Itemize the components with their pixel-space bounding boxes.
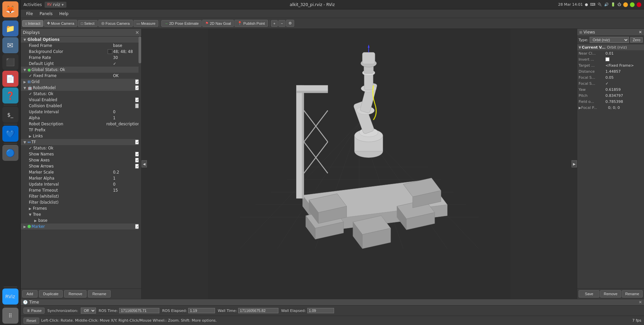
toolbar-camera-settings[interactable]: ⚙ <box>286 20 294 27</box>
views-type-select[interactable]: Orbit (rviz) <box>590 37 629 43</box>
displays-scrollbar-thumb[interactable] <box>139 37 141 63</box>
global-options-arrow[interactable]: ▼ <box>23 38 28 42</box>
toolbar-minus[interactable]: − <box>278 20 285 27</box>
add-button[interactable]: Add <box>22 290 38 298</box>
toolbar-2d-nav[interactable]: ⚑ 2D Nav Goal <box>202 20 234 27</box>
target-value[interactable]: <Fixed Frame> <box>605 63 643 68</box>
robot-description-value[interactable]: robot_description <box>106 122 140 126</box>
views-remove-btn[interactable]: Remove <box>600 290 621 298</box>
global-status-section[interactable]: ▼ ● Global Status: Ok <box>21 67 141 73</box>
toolbar-focus-camera[interactable]: ◎ Focus Camera <box>98 20 133 27</box>
frames-row[interactable]: ▶ Frames <box>21 205 141 211</box>
tree-row[interactable]: ▼ Tree <box>21 211 141 217</box>
focal-point-arrow[interactable]: ▶ <box>579 106 581 110</box>
app-indicator[interactable]: RV rviz ▾ <box>45 2 66 8</box>
maximize-btn[interactable] <box>630 2 635 7</box>
background-color-swatch[interactable] <box>108 49 112 54</box>
collapse-left-arrow[interactable]: ◀ <box>142 160 147 168</box>
toolbar-publish-point[interactable]: 📍 Publish Point <box>234 20 268 27</box>
dock-terminal[interactable]: ⬛ <box>2 54 18 70</box>
dock-terminal2[interactable]: $_ <box>2 107 18 123</box>
close-btn[interactable] <box>637 2 641 7</box>
tf-item[interactable]: ▼ ↔ TF <box>21 139 141 145</box>
activities-label[interactable]: Activities <box>23 2 42 7</box>
global-status-arrow[interactable]: ▼ <box>23 68 28 72</box>
views-rename-btn[interactable]: Rename <box>622 290 643 298</box>
toolbar-move-camera[interactable]: ✥ Move Camera <box>44 20 77 27</box>
tf-update-interval-value[interactable]: 0 <box>113 182 140 187</box>
time-close-btn[interactable]: ✕ <box>639 300 642 305</box>
duplicate-button[interactable]: Duplicate <box>39 290 63 298</box>
robotmodel-item[interactable]: ▼ 🤖 RobotModel <box>21 85 141 91</box>
dock-mail[interactable]: ✉️ <box>2 37 18 53</box>
views-close-btn[interactable]: ✕ <box>639 30 642 35</box>
sync-select[interactable]: Off <box>81 308 96 314</box>
wall-elapsed-input[interactable] <box>307 308 334 313</box>
toolbar-select[interactable]: □ Select <box>78 20 97 27</box>
marker-arrow[interactable]: ▶ <box>23 225 28 229</box>
tree-arrow[interactable]: ▼ <box>29 213 33 216</box>
background-color-value[interactable]: 48; 48; 48 <box>113 49 140 54</box>
focal-point-row[interactable]: ▶ Focal P... 0; 0; 0 <box>577 105 644 111</box>
dock-vscode[interactable]: 💙 <box>2 126 18 142</box>
tf-arrow[interactable]: ▼ <box>23 140 28 144</box>
current-view-section[interactable]: ▼ Current V... Orbit (rviz) <box>577 44 644 50</box>
update-interval-value[interactable]: 0 <box>113 110 140 114</box>
displays-close-btn[interactable]: ✕ <box>135 30 139 35</box>
menu-panels[interactable]: Panels <box>37 11 55 17</box>
toolbar-plus[interactable]: + <box>271 20 278 27</box>
yaw-value[interactable]: 0.61859 <box>605 87 643 92</box>
menu-help[interactable]: Help <box>57 11 71 17</box>
invert-checkbox[interactable] <box>605 57 609 61</box>
collapse-right-arrow[interactable]: ▶ <box>572 160 577 168</box>
distance-value[interactable]: 1.44857 <box>605 69 643 74</box>
fixed-frame-value[interactable]: base <box>113 43 140 48</box>
marker-alpha-value[interactable]: 1 <box>113 176 140 181</box>
remove-button[interactable]: Remove <box>64 290 87 298</box>
wall-time-input[interactable] <box>238 308 278 313</box>
reset-button[interactable]: Reset <box>23 318 39 324</box>
frame-timeout-value[interactable]: 15 <box>113 188 140 193</box>
near-clip-value[interactable]: 0.01 <box>605 51 643 56</box>
displays-scrollbar-track[interactable] <box>139 37 141 288</box>
field-of-view-value[interactable]: 0.785398 <box>605 100 643 104</box>
focal-point-value[interactable]: 0; 0; 0 <box>608 106 643 110</box>
marker-item[interactable]: ▶ Marker <box>21 223 141 230</box>
dock-firefox[interactable]: 🦊 <box>2 1 18 17</box>
current-view-arrow[interactable]: ▼ <box>579 46 581 49</box>
marker-scale-value[interactable]: 0.2 <box>113 170 140 175</box>
base-arrow[interactable]: ▶ <box>34 219 38 222</box>
links-row[interactable]: ▶ Links <box>21 133 141 139</box>
toolbar-interact[interactable]: ↕ Interact <box>22 20 43 27</box>
rename-button[interactable]: Rename <box>88 290 111 298</box>
default-light-value[interactable]: ✓ <box>113 61 140 66</box>
robotmodel-arrow[interactable]: ▼ <box>23 86 28 90</box>
dock-settings[interactable]: ⠿ <box>2 308 18 324</box>
global-options-section[interactable]: ▼ Global Options <box>21 37 141 43</box>
dock-rviz[interactable]: RViz <box>2 288 18 305</box>
menu-file[interactable]: File <box>23 11 36 17</box>
frames-arrow[interactable]: ▶ <box>29 207 33 210</box>
toolbar-measure[interactable]: — Measure <box>133 20 159 27</box>
dock-files[interactable]: 📁 <box>2 20 18 37</box>
pause-button[interactable]: ⏸ Pause <box>23 308 45 314</box>
toolbar-2d-pose[interactable]: → 2D Pose Estimate <box>161 20 202 27</box>
views-save-btn[interactable]: Save <box>579 290 599 298</box>
views-zero-btn[interactable]: Zero <box>630 37 643 43</box>
ros-time-input[interactable] <box>119 308 159 313</box>
focal-size-2-value[interactable]: ✓ <box>605 81 643 86</box>
displays-tree[interactable]: ▼ Global Options Fixed Frame base Backgr… <box>21 37 141 288</box>
minimize-btn[interactable] <box>623 2 628 7</box>
ros-elapsed-input[interactable] <box>188 308 215 313</box>
pitch-value[interactable]: 0.834797 <box>605 93 643 98</box>
grid-arrow[interactable]: ▶ <box>23 80 28 84</box>
dock-help[interactable]: ❓ <box>2 87 18 104</box>
3d-viewport[interactable]: ◀ ▶ <box>142 29 577 299</box>
grid-item[interactable]: ▶ ⊞ Grid <box>21 79 141 85</box>
focal-size-1-value[interactable]: 0.05 <box>605 75 643 80</box>
alpha-value[interactable]: 1 <box>113 116 140 120</box>
dock-office[interactable]: 📄 <box>2 71 18 87</box>
dock-chrome[interactable]: 🔵 <box>2 145 18 161</box>
frame-rate-value[interactable]: 30 <box>113 55 140 60</box>
links-arrow[interactable]: ▶ <box>29 134 33 138</box>
